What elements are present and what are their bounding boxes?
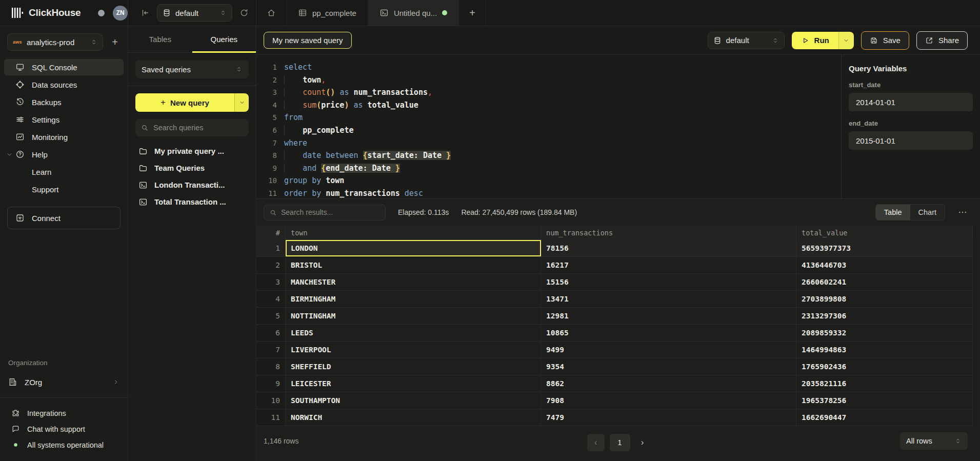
table-cell[interactable]: MANCHESTER xyxy=(286,274,541,290)
rows-per-page-select[interactable]: All rows xyxy=(900,432,968,450)
saved-query-item[interactable]: London Transacti... xyxy=(135,176,249,193)
table-cell[interactable]: 15156 xyxy=(541,274,796,290)
run-dropdown[interactable] xyxy=(838,32,854,49)
collapse-panel-icon[interactable] xyxy=(141,8,150,17)
clickhouse-logo-icon[interactable] xyxy=(11,7,24,19)
table-cell[interactable]: 1965378256 xyxy=(796,392,973,409)
sidebar-footer-chat-with-support[interactable]: Chat with support xyxy=(0,421,128,437)
view-tab-table[interactable]: Table xyxy=(876,205,910,220)
column-header-num_transactions[interactable]: num_transactions xyxy=(541,226,796,240)
table-row: 2BRISTOL162174136446703 xyxy=(256,257,973,274)
table-cell[interactable]: 2035821116 xyxy=(796,375,973,392)
sql-editor[interactable]: 1234567891011 select town, count() as nu… xyxy=(256,55,841,198)
view-tab-chart[interactable]: Chart xyxy=(910,205,945,220)
prev-page-button[interactable]: ‹ xyxy=(587,434,605,451)
table-cell[interactable]: SOUTHAMPTON xyxy=(286,392,541,409)
table-cell[interactable]: 9499 xyxy=(541,342,796,358)
table-cell[interactable]: SHEFFIELD xyxy=(286,358,541,375)
new-tab-button[interactable]: + xyxy=(459,0,486,26)
saved-query-item[interactable]: Total Transaction ... xyxy=(135,193,249,210)
home-tab[interactable] xyxy=(256,0,287,26)
results-search-box[interactable] xyxy=(264,205,386,221)
run-button[interactable]: Run xyxy=(792,32,854,49)
start-date-input[interactable] xyxy=(849,93,973,111)
table-cell[interactable]: 7908 xyxy=(541,392,796,409)
saved-query-tab[interactable]: My new saved query xyxy=(264,32,352,49)
table-cell[interactable]: LEICESTER xyxy=(286,375,541,392)
column-header-total_value[interactable]: total_value xyxy=(796,226,973,240)
tab-untitled-query[interactable]: Untitled qu... xyxy=(368,0,459,26)
table-cell[interactable]: 2089859332 xyxy=(796,325,973,341)
table-cell[interactable]: 13471 xyxy=(541,291,796,307)
new-query-dropdown[interactable] xyxy=(234,93,249,112)
table-cell[interactable]: 2313297306 xyxy=(796,308,973,324)
notification-dot-icon[interactable] xyxy=(98,10,105,16)
table-cell[interactable]: BRISTOL xyxy=(286,257,541,273)
table-cell[interactable]: 2703899808 xyxy=(796,291,973,307)
sidebar-item-data-sources[interactable]: Data sources xyxy=(4,76,124,93)
sidebar-item-help[interactable]: Help xyxy=(4,146,124,163)
next-page-button[interactable]: › xyxy=(635,434,650,451)
end-date-input[interactable] xyxy=(849,131,973,150)
more-options-icon[interactable] xyxy=(957,207,968,217)
table-cell[interactable]: 7479 xyxy=(541,409,796,426)
share-button[interactable]: Share xyxy=(916,31,968,50)
refresh-icon[interactable] xyxy=(239,8,249,17)
tab-queries[interactable]: Queries xyxy=(192,26,256,52)
table-cell[interactable]: 1765902436 xyxy=(796,358,973,375)
chevron-down-icon xyxy=(239,99,245,106)
tab-tables[interactable]: Tables xyxy=(128,26,192,52)
table-cell[interactable]: 12981 xyxy=(541,308,796,324)
sidebar-footer-integrations[interactable]: Integrations xyxy=(0,405,128,421)
table-row: 4BIRMINGHAM134712703899808 xyxy=(256,291,973,308)
table-cell[interactable]: 4136446703 xyxy=(796,257,973,273)
new-query-button[interactable]: + New query xyxy=(135,93,249,112)
sidebar-item-sql-console[interactable]: SQL Console xyxy=(4,59,124,75)
run-main[interactable]: Run xyxy=(792,32,838,49)
sidebar-item-backups[interactable]: Backups xyxy=(4,94,124,110)
sidebar-item-learn[interactable]: Learn xyxy=(4,164,124,180)
column-header-town[interactable]: town xyxy=(286,226,541,240)
database-selector[interactable]: default xyxy=(157,4,232,22)
query-search-box[interactable] xyxy=(135,119,249,136)
avatar[interactable]: ZN xyxy=(113,6,128,21)
table-cell[interactable]: LEEDS xyxy=(286,325,541,341)
save-button[interactable]: Save xyxy=(861,31,909,50)
table-cell[interactable]: LIVERPOOL xyxy=(286,342,541,358)
table-cell[interactable]: 1662690447 xyxy=(796,409,973,426)
organization-item[interactable]: ZOrg xyxy=(0,372,128,392)
table-cell[interactable]: 9354 xyxy=(541,358,796,375)
editor-database-selector[interactable]: default xyxy=(708,32,785,49)
editor-code[interactable]: select town, count() as num_transactions… xyxy=(284,61,451,198)
table-cell[interactable]: BIRMINGHAM xyxy=(286,291,541,307)
table-cell[interactable]: NOTTINGHAM xyxy=(286,308,541,324)
add-service-button[interactable]: + xyxy=(107,34,123,50)
connect-icon xyxy=(15,213,25,223)
table-cell[interactable]: 78156 xyxy=(541,240,796,256)
table-cell[interactable]: 2660602241 xyxy=(796,274,973,290)
workspace-selector[interactable]: aws analytics-prod xyxy=(7,33,103,51)
current-page[interactable]: 1 xyxy=(610,434,630,451)
connect-button[interactable]: Connect xyxy=(7,207,121,229)
query-search-input[interactable] xyxy=(153,124,244,132)
table-cell[interactable]: 1464994863 xyxy=(796,342,973,358)
saved-queries-select[interactable]: Saved queries xyxy=(135,60,249,78)
tab-pp-complete[interactable]: pp_complete xyxy=(287,0,368,26)
sidebar-item-settings[interactable]: Settings xyxy=(4,111,124,128)
table-cell[interactable]: 56593977373 xyxy=(796,240,973,256)
sidebar-item-support[interactable]: Support xyxy=(4,181,124,197)
sidebar-footer-all-systems-operational[interactable]: All systems operational xyxy=(0,437,128,453)
saved-query-item[interactable]: Team Queries xyxy=(135,159,249,176)
saved-query-item[interactable]: My private query ... xyxy=(135,143,249,159)
play-icon xyxy=(801,36,809,45)
results-body: 1LONDON78156565939773732BRISTOL162174136… xyxy=(256,240,973,426)
table-cell[interactable]: 10865 xyxy=(541,325,796,341)
table-cell[interactable]: LONDON xyxy=(286,240,541,256)
sidebar-item-monitoring[interactable]: Monitoring xyxy=(4,129,124,145)
column-header-index[interactable]: # xyxy=(256,226,286,240)
table-cell[interactable]: NORWICH xyxy=(286,409,541,426)
results-search-input[interactable] xyxy=(281,208,380,216)
table-cell[interactable]: 16217 xyxy=(541,257,796,273)
new-query-main[interactable]: + New query xyxy=(135,93,234,112)
table-cell[interactable]: 8862 xyxy=(541,375,796,392)
